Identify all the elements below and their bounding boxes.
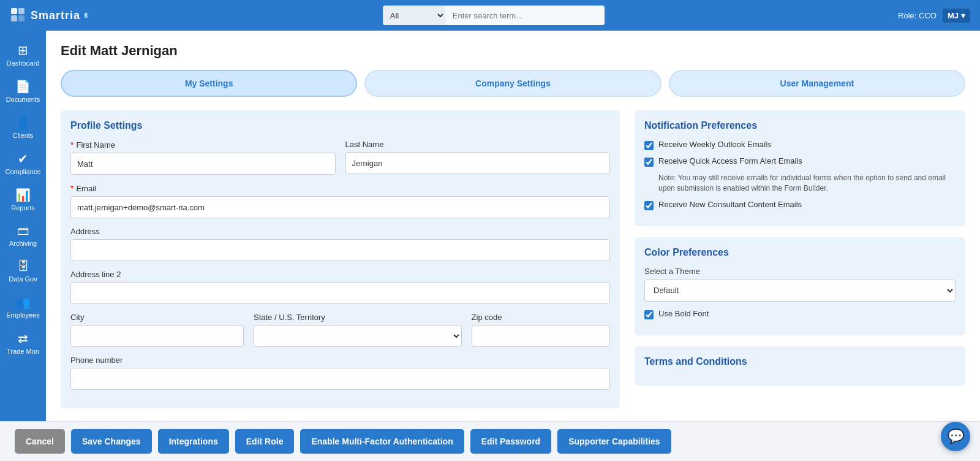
save-changes-button[interactable]: Save Changes <box>71 429 152 454</box>
last-name-label: Last Name <box>345 140 611 149</box>
address2-row: Address line 2 <box>70 270 610 304</box>
archiving-icon: 🗃 <box>17 224 29 238</box>
edit-password-button[interactable]: Edit Password <box>470 429 551 454</box>
notif-item-quick-access: Receive Quick Access Form Alert Emails <box>644 156 956 167</box>
trade-mon-icon: ⇄ <box>18 331 28 346</box>
notif-checkbox-new-consultant[interactable] <box>644 201 654 210</box>
first-name-group: * First Name <box>70 140 336 175</box>
last-name-input[interactable] <box>345 152 611 174</box>
theme-label: Select a Theme <box>644 267 956 276</box>
bottom-bar: Cancel Save Changes Integrations Edit Ro… <box>0 421 980 461</box>
sidebar-item-trade-mon[interactable]: ⇄ Trade Mon <box>0 325 46 361</box>
user-avatar-button[interactable]: MJ ▾ <box>943 9 970 23</box>
left-column: Profile Settings * First Name Last Name <box>61 110 620 419</box>
sidebar-item-reports[interactable]: 📊 Reports <box>0 181 46 218</box>
notif-item-new-consultant: Receive New Consultant Content Emails <box>644 200 956 210</box>
address-row: Address <box>70 227 610 261</box>
clients-icon: 👤 <box>15 115 31 130</box>
state-select[interactable]: ALAKAZCA COFLGATX <box>254 325 462 347</box>
user-initials: MJ <box>948 11 959 20</box>
logo: Smartria® <box>10 7 89 24</box>
cancel-button[interactable]: Cancel <box>15 429 65 454</box>
color-preferences-title: Color Preferences <box>644 247 956 258</box>
email-input[interactable] <box>70 196 610 218</box>
email-row: * Email <box>70 183 610 218</box>
bold-font-item: Use Bold Font <box>644 309 956 319</box>
sidebar-label-data-gov: Data Gov <box>9 275 37 283</box>
search-bar: All Clients Documents <box>383 6 605 25</box>
address-input[interactable] <box>70 239 610 261</box>
page-title: Edit Matt Jernigan <box>61 43 965 59</box>
first-name-required: * <box>70 140 74 150</box>
city-input[interactable] <box>70 325 244 347</box>
notif-checkbox-quick-access[interactable] <box>644 158 654 167</box>
address2-input[interactable] <box>70 282 610 304</box>
tabs-row: My Settings Company Settings User Manage… <box>61 70 965 97</box>
logo-icon <box>10 7 27 24</box>
phone-group: Phone number <box>70 356 610 390</box>
sidebar-item-compliance[interactable]: ✔ Compliance <box>0 145 46 181</box>
tab-my-settings[interactable]: My Settings <box>61 70 357 97</box>
theme-select[interactable]: Default Dark Light Blue <box>644 280 956 302</box>
terms-section: Terms and Conditions <box>635 346 965 386</box>
svg-rect-3 <box>18 15 24 21</box>
zip-group: Zip code <box>472 313 610 347</box>
address-label: Address <box>70 227 610 236</box>
profile-settings-section: Profile Settings * First Name Last Name <box>61 110 620 408</box>
sidebar-label-trade-mon: Trade Mon <box>7 348 39 355</box>
sidebar-item-clients[interactable]: 👤 Clients <box>0 109 46 145</box>
sidebar-item-archiving[interactable]: 🗃 Archiving <box>0 218 46 253</box>
sidebar-label-employees: Employees <box>6 311 39 319</box>
svg-rect-0 <box>11 8 17 14</box>
enable-mfa-button[interactable]: Enable Multi-Factor Authentication <box>300 429 464 454</box>
city-label: City <box>70 313 244 322</box>
sidebar-item-dashboard[interactable]: ⊞ Dashboard <box>0 37 46 73</box>
first-name-input[interactable] <box>70 153 336 175</box>
chat-icon: 💬 <box>948 429 964 444</box>
email-label: * Email <box>70 183 610 193</box>
right-column: Notification Preferences Receive Weekly … <box>635 110 965 419</box>
terms-title: Terms and Conditions <box>644 356 956 367</box>
notif-item-weekly-outlook: Receive Weekly Outlook Emails <box>644 140 956 150</box>
supporter-capabilities-button[interactable]: Supporter Capabilities <box>557 429 671 454</box>
sidebar-label-reports: Reports <box>11 204 35 211</box>
tab-user-management[interactable]: User Management <box>669 70 965 97</box>
state-group: State / U.S. Territory ALAKAZCA COFLGATX <box>254 313 462 347</box>
notification-preferences-title: Notification Preferences <box>644 120 956 131</box>
sidebar-label-compliance: Compliance <box>5 168 40 175</box>
email-group: * Email <box>70 183 610 218</box>
notif-label-weekly-outlook: Receive Weekly Outlook Emails <box>658 140 771 149</box>
two-col-layout: Profile Settings * First Name Last Name <box>61 110 965 419</box>
edit-role-button[interactable]: Edit Role <box>235 429 295 454</box>
phone-row: Phone number <box>70 356 610 390</box>
compliance-icon: ✔ <box>18 151 28 166</box>
notif-label-quick-access: Receive Quick Access Form Alert Emails <box>658 156 802 166</box>
chat-bubble-button[interactable]: 💬 <box>941 422 970 451</box>
address-group: Address <box>70 227 610 261</box>
search-filter-select[interactable]: All Clients Documents <box>383 6 445 25</box>
content-area: Edit Matt Jernigan My Settings Company S… <box>46 31 980 421</box>
bold-font-checkbox[interactable] <box>644 310 654 319</box>
sidebar-item-employees[interactable]: 👥 Employees <box>0 289 46 325</box>
tab-company-settings[interactable]: Company Settings <box>364 70 661 97</box>
first-name-label: * First Name <box>70 140 336 150</box>
svg-rect-1 <box>18 8 24 14</box>
profile-settings-title: Profile Settings <box>70 120 610 131</box>
sidebar-item-documents[interactable]: 📄 Documents <box>0 73 46 109</box>
zip-input[interactable] <box>472 325 610 347</box>
logo-sup: ® <box>84 12 89 19</box>
topnav: Smartria® All Clients Documents Role: CC… <box>0 0 980 31</box>
city-state-zip-row: City State / U.S. Territory ALAKAZCA COF… <box>70 313 610 347</box>
sidebar-item-data-gov[interactable]: 🗄 Data Gov <box>0 253 46 289</box>
notif-note-quick-access: Note: You may still receive emails for i… <box>658 173 956 194</box>
integrations-button[interactable]: Integrations <box>158 429 229 454</box>
search-input[interactable] <box>445 6 605 25</box>
zip-label: Zip code <box>472 313 610 322</box>
notif-checkbox-weekly-outlook[interactable] <box>644 141 654 150</box>
reports-icon: 📊 <box>15 188 31 202</box>
phone-input[interactable] <box>70 368 610 390</box>
notification-preferences-section: Notification Preferences Receive Weekly … <box>635 110 965 226</box>
sidebar: ⊞ Dashboard 📄 Documents 👤 Clients ✔ Comp… <box>0 31 46 421</box>
city-group: City <box>70 313 244 347</box>
topnav-right: Role: CCO MJ ▾ <box>898 9 970 23</box>
